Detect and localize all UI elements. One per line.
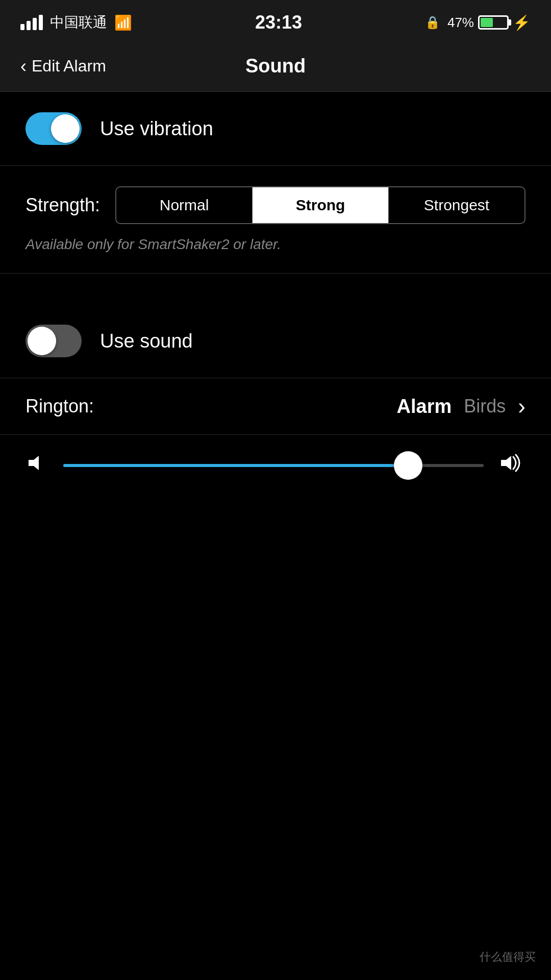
back-label: Edit Alarm [32,57,106,76]
strength-row: Strength: Normal Strong Strongest [26,186,525,224]
content: Use vibration Strength: Normal Strong St… [0,92,551,496]
volume-slider-thumb[interactable] [394,451,422,480]
vibration-toggle[interactable] [26,112,82,145]
strength-section: Strength: Normal Strong Strongest Availa… [0,166,551,274]
volume-section [0,435,551,496]
spacer [0,274,551,304]
ringtone-current: Alarm [397,396,452,418]
sound-thumb [28,327,56,355]
ringtone-label: Rington: [26,396,94,417]
strength-label: Strength: [26,194,100,216]
strength-segmented-control: Normal Strong Strongest [115,186,525,224]
watermark: 什么值得买 [480,949,536,965]
strength-normal-btn[interactable]: Normal [116,187,253,223]
sound-toggle[interactable] [26,325,82,357]
sound-section: Use sound [0,304,551,378]
battery-fill [481,18,493,27]
volume-slider-container[interactable] [63,450,484,481]
battery-icon [478,15,509,30]
sound-label: Use sound [100,330,193,352]
ringtone-section[interactable]: Rington: Alarm Birds › [0,378,551,435]
volume-max-icon [499,452,525,479]
sound-track[interactable] [26,325,82,357]
lock-icon: 🔒 [425,15,440,30]
back-button[interactable]: ‹ Edit Alarm [20,56,106,77]
availability-note: Available only for SmartShaker2 or later… [26,236,525,253]
status-right: 🔒 47% ⚡ [425,14,531,31]
strength-strong-btn[interactable]: Strong [253,187,389,223]
svg-marker-1 [501,456,511,470]
strength-strongest-btn[interactable]: Strongest [389,187,524,223]
charging-icon: ⚡ [513,14,531,31]
signal-icon [20,15,43,30]
watermark-text: 什么值得买 [480,950,536,963]
svg-marker-0 [29,456,39,470]
chevron-right-icon: › [518,394,525,419]
volume-min-icon [26,452,48,479]
battery-container: 47% ⚡ [447,14,531,31]
page-title: Sound [245,55,306,77]
volume-slider-fill [63,464,408,467]
nav-bar: ‹ Edit Alarm Sound [0,41,551,92]
vibration-thumb [51,114,80,143]
status-time: 23:13 [255,12,302,33]
vibration-section: Use vibration [0,92,551,166]
ringtone-next: Birds [464,396,506,417]
carrier-label: 中国联通 [50,13,107,32]
vibration-label: Use vibration [100,118,213,140]
battery-percent: 47% [447,15,474,31]
status-bar: 中国联通 📶 23:13 🔒 47% ⚡ [0,0,551,41]
ringtone-right: Alarm Birds › [397,394,525,419]
vibration-toggle-row: Use vibration [26,112,525,145]
sound-toggle-row: Use sound [26,325,525,357]
status-left: 中国联通 📶 [20,13,132,32]
volume-row [26,450,525,481]
ringtone-row[interactable]: Rington: Alarm Birds › [26,394,525,419]
wifi-icon: 📶 [114,14,132,31]
volume-slider-track [63,464,484,467]
back-chevron-icon: ‹ [20,56,27,77]
vibration-track[interactable] [26,112,82,145]
